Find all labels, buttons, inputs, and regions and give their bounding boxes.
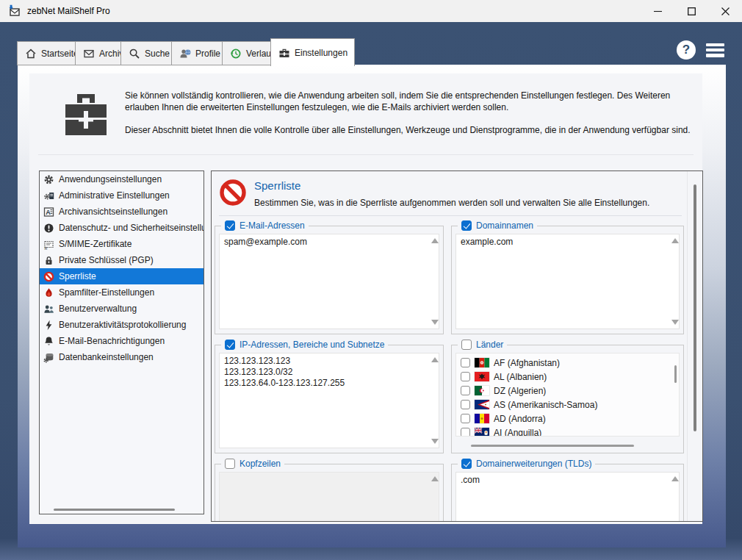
country-checkbox[interactable] bbox=[461, 414, 470, 423]
sidebar-item-label: Benutzeraktivitätsprotokollierung bbox=[59, 320, 186, 330]
svg-text:A: A bbox=[46, 209, 51, 216]
group-domainnamen: Domainnamen example.com bbox=[451, 226, 684, 334]
sidebar-item-aktivitaetsprotokollierung[interactable]: Benutzeraktivitätsprotokollierung bbox=[40, 317, 203, 333]
panel-scrollbar-track[interactable] bbox=[687, 171, 688, 521]
tab-suche[interactable]: Suche bbox=[120, 41, 172, 65]
sidebar-item-administrative-einstellungen[interactable]: Administrative Einstellungen bbox=[40, 187, 203, 204]
ip-adressen-checkbox[interactable] bbox=[225, 340, 235, 350]
sidebar-item-label: Datenschutz- und Sicherheitseinstellu bbox=[59, 223, 204, 233]
sidebar-item-benutzerverwaltung[interactable]: Benutzerverwaltung bbox=[40, 301, 203, 317]
app-window: { "window": { "title": "zebNet MailShelf… bbox=[0, 0, 742, 560]
tab-archiv[interactable]: Archiv bbox=[75, 41, 121, 65]
close-button[interactable] bbox=[708, 0, 742, 22]
sidebar-item-smime-zertifikate[interactable]: R S/MIME-Zertifikate bbox=[40, 236, 203, 252]
toolbox-icon bbox=[278, 47, 290, 59]
email-adressen-checkbox[interactable] bbox=[225, 220, 235, 231]
intro-paragraph-1: Sie können vollständig kontrollieren, wi… bbox=[125, 90, 696, 113]
scroll-up-icon[interactable] bbox=[431, 476, 439, 481]
block-icon bbox=[43, 271, 54, 282]
tab-einstellungen[interactable]: Einstellungen bbox=[270, 38, 355, 66]
group-domainerweiterungen: Domainerweiterungen (TLDs) .com bbox=[451, 464, 684, 522]
app-logo-icon bbox=[8, 4, 21, 18]
svg-text:R: R bbox=[45, 245, 48, 250]
laender-checkbox[interactable] bbox=[461, 340, 472, 350]
country-row-as[interactable]: AS (Amerikanisch-Samoa) bbox=[456, 398, 679, 412]
tlds-textarea[interactable]: .com bbox=[455, 472, 680, 522]
country-list-vertical-scrollbar[interactable] bbox=[674, 365, 677, 383]
sidebar-item-private-schluessel[interactable]: Private Schlüssel (PGP) bbox=[40, 252, 203, 268]
group-laender: Länder AF (Afghanistan) bbox=[451, 345, 684, 453]
sidebar-item-label: Administrative Einstellungen bbox=[59, 190, 170, 201]
group-ip-adressen: IP-Adressen, Bereiche und Subnetze 123.1… bbox=[215, 345, 444, 453]
sidebar-item-label: E-Mail-Benachrichtigungen bbox=[59, 336, 165, 346]
group-label: Domainnamen bbox=[476, 220, 533, 231]
title-bar: zebNet MailShelf Pro bbox=[0, 0, 742, 22]
lightning-icon bbox=[43, 320, 54, 331]
database-gear-icon bbox=[43, 352, 54, 363]
tab-startseite[interactable]: Startseite bbox=[17, 41, 76, 65]
archive-view-icon: A bbox=[43, 207, 54, 218]
flag-dz-icon bbox=[475, 386, 489, 395]
scroll-up-icon[interactable] bbox=[671, 476, 679, 481]
sidebar-item-spamfilter[interactable]: Spamfilter-Einstellungen bbox=[40, 284, 203, 301]
country-row-ai[interactable]: AI (Anguilla) bbox=[456, 426, 679, 437]
country-row-ad[interactable]: AD (Andorra) bbox=[456, 412, 679, 426]
scroll-up-icon[interactable] bbox=[671, 238, 679, 243]
group-label: Kopfzeilen bbox=[239, 459, 281, 469]
sidebar-item-label: Archivansichtseinstellungen bbox=[59, 207, 168, 217]
sidebar-horizontal-scrollbar[interactable] bbox=[54, 509, 175, 511]
scroll-up-icon[interactable] bbox=[431, 357, 439, 362]
sidebar-item-sperrliste[interactable]: Sperrliste bbox=[40, 268, 203, 284]
help-icon[interactable]: ? bbox=[677, 40, 696, 60]
settings-content-panel: Sie können vollständig kontrollieren, wi… bbox=[29, 73, 702, 524]
gear-icon bbox=[43, 174, 54, 185]
country-checkbox[interactable] bbox=[461, 372, 470, 381]
domainnamen-textarea[interactable]: example.com bbox=[455, 234, 680, 329]
search-icon bbox=[129, 48, 140, 60]
country-row-af[interactable]: AF (Afghanistan) bbox=[456, 356, 679, 370]
domainnamen-checkbox[interactable] bbox=[461, 220, 472, 231]
kopfzeilen-textarea[interactable] bbox=[219, 472, 439, 522]
flag-al-icon bbox=[475, 372, 489, 381]
tab-label: Profile bbox=[195, 49, 220, 59]
kopfzeilen-checkbox[interactable] bbox=[225, 459, 235, 469]
sidebar-item-label: Anwendungseinstellungen bbox=[59, 174, 162, 184]
country-label: AI (Anguilla) bbox=[494, 428, 541, 437]
tab-profile[interactable]: Profile bbox=[171, 41, 223, 65]
country-checkbox[interactable] bbox=[461, 428, 470, 437]
ip-adressen-textarea[interactable]: 123.123.123.123 123.123.123.0/32 123.123… bbox=[219, 353, 439, 448]
menu-icon[interactable] bbox=[706, 43, 724, 58]
group-label: E-Mail-Adressen bbox=[239, 220, 305, 231]
country-row-al[interactable]: AL (Albanien) bbox=[456, 370, 679, 384]
country-list-horizontal-scrollbar[interactable] bbox=[471, 445, 634, 447]
sidebar-item-anwendungseinstellungen[interactable]: Anwendungseinstellungen bbox=[40, 171, 203, 187]
sidebar-item-datenbankeinstellungen[interactable]: Datenbankeinstellungen bbox=[40, 349, 203, 365]
email-adressen-textarea[interactable]: spam@example.com bbox=[219, 234, 439, 329]
minimize-button[interactable] bbox=[641, 0, 674, 22]
scroll-down-icon[interactable] bbox=[671, 320, 679, 325]
country-row-dz[interactable]: DZ (Algerien) bbox=[456, 384, 679, 398]
certificate-icon: R bbox=[43, 239, 54, 250]
country-checkbox[interactable] bbox=[461, 400, 470, 409]
tab-verlauf[interactable]: Verlauf bbox=[222, 41, 271, 65]
sidebar-item-label: S/MIME-Zertifikate bbox=[59, 239, 132, 249]
sidebar-item-email-benachrichtigungen[interactable]: E-Mail-Benachrichtigungen bbox=[40, 333, 203, 349]
toolbox-large-icon bbox=[62, 85, 109, 144]
sidebar-item-archivansichtseinstellungen[interactable]: A Archivansichtseinstellungen bbox=[40, 204, 203, 220]
country-checkbox[interactable] bbox=[461, 358, 470, 367]
sidebar-item-label: Datenbankeinstellungen bbox=[59, 352, 154, 362]
scroll-down-icon[interactable] bbox=[431, 439, 439, 444]
scroll-down-icon[interactable] bbox=[431, 320, 439, 325]
sidebar-item-label: Spamfilter-Einstellungen bbox=[59, 287, 154, 298]
group-label: IP-Adressen, Bereiche und Subnetze bbox=[239, 340, 384, 350]
country-checkbox[interactable] bbox=[461, 386, 470, 395]
tlds-checkbox[interactable] bbox=[461, 459, 472, 469]
country-list: AF (Afghanistan) AL (Albanien) bbox=[455, 353, 680, 437]
country-label: AL (Albanien) bbox=[494, 372, 547, 382]
scroll-up-icon[interactable] bbox=[431, 238, 439, 243]
sidebar-item-datenschutz-sicherheit[interactable]: Datenschutz- und Sicherheitseinstellu bbox=[40, 220, 203, 236]
maximize-button[interactable] bbox=[674, 0, 708, 22]
sidebar-item-label: Benutzerverwaltung bbox=[59, 304, 137, 314]
panel-vertical-scrollbar[interactable] bbox=[694, 184, 696, 431]
profile-globe-icon bbox=[179, 48, 191, 60]
